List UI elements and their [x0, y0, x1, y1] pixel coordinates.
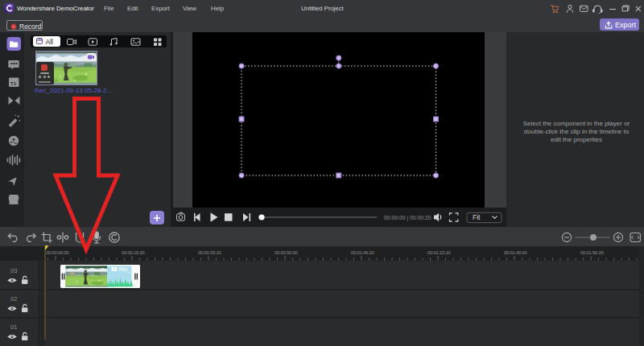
svg-text:Fit: Fit [473, 213, 481, 221]
svg-text:00:00:00 | 00:00:20: 00:00:00 | 00:00:20 [384, 215, 431, 221]
svg-text:Rec_2: Rec_2 [119, 266, 134, 273]
svg-text:T1: T1 [10, 81, 17, 86]
